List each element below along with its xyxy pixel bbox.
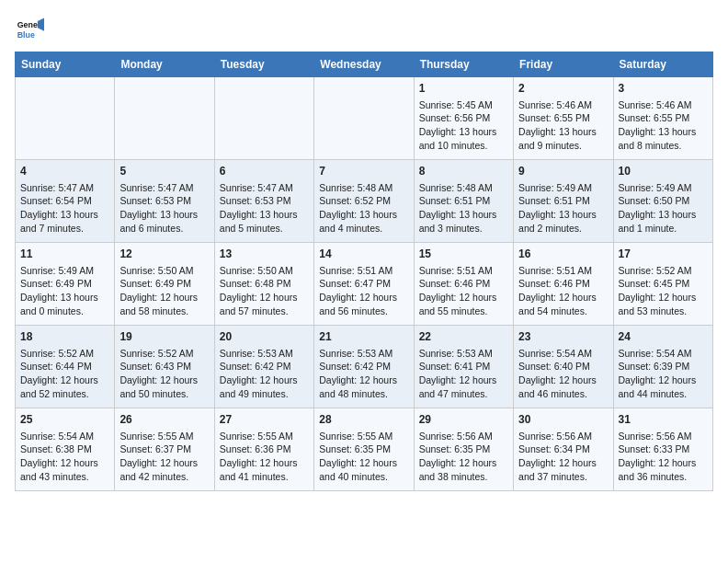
page-header: General Blue [15,15,713,44]
day-info: Sunrise: 5:53 AM Sunset: 6:42 PM Dayligh… [220,347,309,401]
calendar-cell: 18Sunrise: 5:52 AM Sunset: 6:44 PM Dayli… [16,326,115,408]
day-info: Sunrise: 5:56 AM Sunset: 6:35 PM Dayligh… [419,430,508,484]
day-number: 18 [20,329,109,345]
col-header-saturday: Saturday [613,52,712,77]
calendar-cell: 12Sunrise: 5:50 AM Sunset: 6:49 PM Dayli… [115,243,214,326]
calendar-cell: 27Sunrise: 5:55 AM Sunset: 6:36 PM Dayli… [214,408,313,491]
day-info: Sunrise: 5:51 AM Sunset: 6:46 PM Dayligh… [419,264,508,318]
calendar-cell [16,77,115,160]
calendar-cell: 30Sunrise: 5:56 AM Sunset: 6:34 PM Dayli… [514,408,613,491]
calendar-cell: 26Sunrise: 5:55 AM Sunset: 6:37 PM Dayli… [115,408,214,491]
col-header-thursday: Thursday [414,52,513,77]
day-number: 16 [518,247,608,262]
calendar-cell: 11Sunrise: 5:49 AM Sunset: 6:49 PM Dayli… [16,243,115,326]
day-number: 24 [619,329,708,345]
day-info: Sunrise: 5:45 AM Sunset: 6:56 PM Dayligh… [419,98,508,153]
logo: General Blue [15,15,48,44]
logo-icon: General Blue [15,15,44,44]
calendar-cell: 17Sunrise: 5:52 AM Sunset: 6:45 PM Dayli… [613,243,712,326]
calendar-cell: 29Sunrise: 5:56 AM Sunset: 6:35 PM Dayli… [414,408,513,491]
day-number: 7 [319,164,408,179]
day-info: Sunrise: 5:55 AM Sunset: 6:36 PM Dayligh… [220,430,309,484]
header-row: SundayMondayTuesdayWednesdayThursdayFrid… [16,52,713,77]
day-info: Sunrise: 5:50 AM Sunset: 6:48 PM Dayligh… [220,264,309,318]
col-header-monday: Monday [115,52,214,77]
day-number: 27 [220,412,309,428]
col-header-sunday: Sunday [16,52,115,77]
day-info: Sunrise: 5:52 AM Sunset: 6:45 PM Dayligh… [619,264,708,318]
week-row-3: 11Sunrise: 5:49 AM Sunset: 6:49 PM Dayli… [16,243,713,326]
calendar-cell: 20Sunrise: 5:53 AM Sunset: 6:42 PM Dayli… [214,326,313,408]
day-number: 22 [419,329,508,345]
day-info: Sunrise: 5:56 AM Sunset: 6:33 PM Dayligh… [619,430,708,484]
week-row-4: 18Sunrise: 5:52 AM Sunset: 6:44 PM Dayli… [16,326,713,408]
col-header-tuesday: Tuesday [214,52,313,77]
calendar-cell [214,77,313,160]
calendar-cell: 2Sunrise: 5:46 AM Sunset: 6:55 PM Daylig… [514,77,613,160]
day-number: 30 [518,412,608,428]
day-number: 31 [619,412,708,428]
day-number: 4 [20,164,109,179]
calendar-cell: 14Sunrise: 5:51 AM Sunset: 6:47 PM Dayli… [314,243,414,326]
day-info: Sunrise: 5:53 AM Sunset: 6:42 PM Dayligh… [319,347,408,401]
day-number: 15 [419,247,508,262]
day-number: 8 [419,164,508,179]
calendar-cell: 5Sunrise: 5:47 AM Sunset: 6:53 PM Daylig… [115,160,214,243]
day-info: Sunrise: 5:47 AM Sunset: 6:53 PM Dayligh… [220,181,309,236]
calendar-cell: 13Sunrise: 5:50 AM Sunset: 6:48 PM Dayli… [214,243,313,326]
calendar-cell: 3Sunrise: 5:46 AM Sunset: 6:55 PM Daylig… [613,77,712,160]
calendar-cell: 28Sunrise: 5:55 AM Sunset: 6:35 PM Dayli… [314,408,414,491]
day-info: Sunrise: 5:54 AM Sunset: 6:40 PM Dayligh… [518,347,608,401]
col-header-friday: Friday [514,52,613,77]
calendar-cell: 7Sunrise: 5:48 AM Sunset: 6:52 PM Daylig… [314,160,414,243]
day-number: 23 [518,329,608,345]
day-info: Sunrise: 5:52 AM Sunset: 6:43 PM Dayligh… [119,347,209,401]
day-number: 14 [319,247,408,262]
col-header-wednesday: Wednesday [314,52,414,77]
day-number: 10 [619,164,708,179]
day-number: 13 [220,247,309,262]
calendar-cell: 1Sunrise: 5:45 AM Sunset: 6:56 PM Daylig… [414,77,513,160]
calendar-cell: 19Sunrise: 5:52 AM Sunset: 6:43 PM Dayli… [115,326,214,408]
calendar-cell: 22Sunrise: 5:53 AM Sunset: 6:41 PM Dayli… [414,326,513,408]
day-number: 5 [119,164,209,179]
day-info: Sunrise: 5:55 AM Sunset: 6:37 PM Dayligh… [119,430,209,484]
day-info: Sunrise: 5:50 AM Sunset: 6:49 PM Dayligh… [119,264,209,318]
calendar-cell: 23Sunrise: 5:54 AM Sunset: 6:40 PM Dayli… [514,326,613,408]
day-info: Sunrise: 5:54 AM Sunset: 6:39 PM Dayligh… [619,347,708,401]
calendar-table: SundayMondayTuesdayWednesdayThursdayFrid… [15,52,713,491]
day-number: 29 [419,412,508,428]
day-info: Sunrise: 5:51 AM Sunset: 6:47 PM Dayligh… [319,264,408,318]
calendar-cell: 21Sunrise: 5:53 AM Sunset: 6:42 PM Dayli… [314,326,414,408]
day-info: Sunrise: 5:51 AM Sunset: 6:46 PM Dayligh… [518,264,608,318]
week-row-5: 25Sunrise: 5:54 AM Sunset: 6:38 PM Dayli… [16,408,713,491]
day-info: Sunrise: 5:54 AM Sunset: 6:38 PM Dayligh… [20,430,109,484]
day-number: 3 [619,81,708,97]
day-number: 26 [119,412,209,428]
day-number: 6 [220,164,309,179]
day-info: Sunrise: 5:49 AM Sunset: 6:49 PM Dayligh… [20,264,109,318]
day-info: Sunrise: 5:47 AM Sunset: 6:54 PM Dayligh… [20,181,109,236]
day-number: 21 [319,329,408,345]
day-number: 19 [119,329,209,345]
day-number: 12 [119,247,209,262]
day-info: Sunrise: 5:48 AM Sunset: 6:52 PM Dayligh… [319,181,408,236]
day-info: Sunrise: 5:49 AM Sunset: 6:50 PM Dayligh… [619,181,708,236]
calendar-cell: 24Sunrise: 5:54 AM Sunset: 6:39 PM Dayli… [613,326,712,408]
day-number: 9 [518,164,608,179]
day-number: 11 [20,247,109,262]
calendar-cell: 8Sunrise: 5:48 AM Sunset: 6:51 PM Daylig… [414,160,513,243]
calendar-cell: 6Sunrise: 5:47 AM Sunset: 6:53 PM Daylig… [214,160,313,243]
day-number: 20 [220,329,309,345]
day-info: Sunrise: 5:46 AM Sunset: 6:55 PM Dayligh… [619,98,708,153]
calendar-cell: 16Sunrise: 5:51 AM Sunset: 6:46 PM Dayli… [514,243,613,326]
day-info: Sunrise: 5:53 AM Sunset: 6:41 PM Dayligh… [419,347,508,401]
calendar-cell: 10Sunrise: 5:49 AM Sunset: 6:50 PM Dayli… [613,160,712,243]
day-number: 17 [619,247,708,262]
day-info: Sunrise: 5:46 AM Sunset: 6:55 PM Dayligh… [518,98,608,153]
day-info: Sunrise: 5:49 AM Sunset: 6:51 PM Dayligh… [518,181,608,236]
calendar-cell: 31Sunrise: 5:56 AM Sunset: 6:33 PM Dayli… [613,408,712,491]
day-info: Sunrise: 5:52 AM Sunset: 6:44 PM Dayligh… [20,347,109,401]
calendar-cell: 9Sunrise: 5:49 AM Sunset: 6:51 PM Daylig… [514,160,613,243]
day-number: 25 [20,412,109,428]
